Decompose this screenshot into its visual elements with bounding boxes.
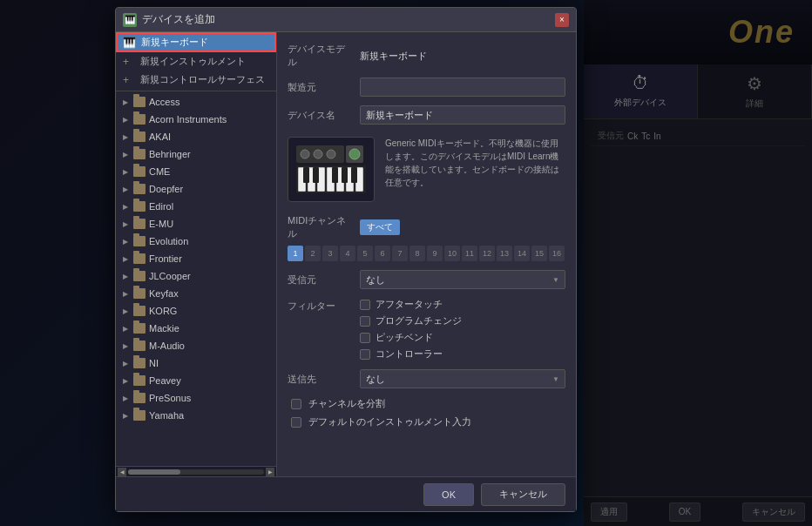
arrow-presonus: ▶ [123, 394, 130, 402]
svg-rect-15 [313, 167, 319, 183]
arrow-keyfax: ▶ [123, 290, 130, 298]
arrow-korg: ▶ [123, 307, 130, 315]
keyboard-svg [292, 141, 370, 198]
device-config-panel: デバイスモデル 新規キーボード 製造元 デバイス名 [277, 32, 576, 476]
device-item-new-instrument-label: 新規インストゥルメント [140, 55, 246, 68]
device-item-new-keyboard[interactable]: 🎹 新規キーボード [116, 32, 276, 52]
device-item-keyfax[interactable]: ▶ Keyfax [116, 285, 276, 302]
folder-icon-jlcooper [133, 271, 145, 281]
arrow-yamaha: ▶ [123, 412, 130, 420]
midi-ch-11[interactable]: 11 [462, 246, 477, 261]
scroll-left-button[interactable]: ◀ [118, 468, 126, 476]
device-item-mackie[interactable]: ▶ Mackie [116, 320, 276, 337]
device-item-access[interactable]: ▶ Access [116, 93, 276, 111]
send-select[interactable]: なし ▼ [360, 369, 565, 388]
device-item-evolution[interactable]: ▶ Evolution [116, 233, 276, 250]
list-divider [116, 91, 276, 91]
midi-channel-label: MIDIチャンネル [288, 214, 353, 240]
midi-ch-10[interactable]: 10 [444, 246, 460, 261]
device-item-ni[interactable]: ▶ NI [116, 354, 276, 372]
filter-pitch-bend-row: ピッチベンド [360, 331, 462, 344]
scroll-thumb[interactable] [128, 469, 180, 475]
midi-all-button[interactable]: すべて [360, 219, 400, 235]
ok-button[interactable]: OK [423, 483, 474, 506]
midi-ch-9[interactable]: 9 [427, 246, 443, 261]
midi-ch-8[interactable]: 8 [409, 246, 425, 261]
device-item-cme-label: CME [149, 166, 170, 177]
filter-controller-row: コントローラー [360, 347, 462, 361]
device-item-peavey[interactable]: ▶ Peavey [116, 372, 276, 389]
midi-ch-2[interactable]: 2 [305, 246, 321, 261]
dialog-close-button[interactable]: × [555, 13, 569, 27]
device-item-emu[interactable]: ▶ E-MU [116, 215, 276, 233]
svg-point-2 [314, 150, 322, 158]
folder-icon-korg [133, 306, 145, 316]
midi-ch-14[interactable]: 14 [514, 246, 530, 261]
dialog-title: デバイスを追加 [142, 12, 550, 27]
filter-controller-checkbox[interactable] [360, 349, 370, 360]
receive-select[interactable]: なし ▼ [360, 270, 565, 289]
folder-icon-evolution [133, 236, 145, 246]
filter-pitch-bend-checkbox[interactable] [360, 333, 370, 343]
device-item-new-control-label: 新規コントロールサーフェス [140, 73, 265, 86]
midi-ch-1[interactable]: 1 [288, 246, 303, 261]
midi-ch-15[interactable]: 15 [531, 246, 547, 261]
split-channels-row: チャンネルを分割 [288, 397, 565, 410]
arrow-ni: ▶ [123, 360, 130, 368]
receive-label: 受信元 [288, 273, 353, 287]
device-name-input[interactable] [360, 105, 565, 125]
send-value: なし [366, 373, 385, 386]
device-model-row: デバイスモデル 新規キーボード [288, 43, 565, 69]
horizontal-scrollbar[interactable]: ◀ ▶ [116, 466, 276, 476]
device-item-edirol-label: Edirol [149, 201, 173, 212]
scroll-right-button[interactable]: ▶ [266, 468, 274, 476]
device-item-presonus-label: PreSonus [149, 393, 191, 403]
device-item-yamaha[interactable]: ▶ Yamaha [116, 407, 276, 424]
cancel-button[interactable]: キャンセル [481, 483, 565, 506]
midi-ch-3[interactable]: 3 [322, 246, 338, 261]
device-item-maudio[interactable]: ▶ M-Audio [116, 337, 276, 354]
device-item-new-instrument[interactable]: + 新規インストゥルメント [116, 52, 276, 71]
midi-ch-4[interactable]: 4 [340, 246, 355, 261]
folder-icon-frontier [133, 253, 145, 264]
arrow-emu: ▶ [123, 220, 130, 228]
filter-after-touch-checkbox[interactable] [360, 300, 370, 310]
midi-ch-7[interactable]: 7 [392, 246, 408, 261]
arrow-edirol: ▶ [123, 203, 130, 211]
dialog-body: 🎹 新規キーボード + 新規インストゥルメント + 新規コントロールサーフェス … [116, 32, 576, 476]
default-instrument-checkbox[interactable] [291, 417, 301, 428]
device-item-jlcooper[interactable]: ▶ JLCooper [116, 267, 276, 285]
device-item-new-keyboard-label: 新規キーボード [141, 36, 208, 49]
device-item-edirol[interactable]: ▶ Edirol [116, 198, 276, 215]
folder-icon-mackie [133, 323, 145, 334]
svg-point-3 [327, 150, 335, 158]
midi-ch-5[interactable]: 5 [357, 246, 373, 261]
send-row: 送信先 なし ▼ [288, 369, 565, 388]
filter-after-touch-row: アフタータッチ [360, 298, 462, 311]
manufacturer-input[interactable] [360, 78, 565, 97]
device-item-presonus[interactable]: ▶ PreSonus [116, 389, 276, 407]
options-section: チャンネルを分割 デフォルトのインストゥルメント入力 [288, 397, 565, 428]
midi-ch-12[interactable]: 12 [479, 246, 495, 261]
device-item-acorn[interactable]: ▶ Acorn Instruments [116, 111, 276, 128]
device-item-mackie-label: Mackie [149, 323, 179, 334]
midi-ch-16[interactable]: 16 [549, 246, 565, 261]
device-item-cme[interactable]: ▶ CME [116, 163, 276, 180]
arrow-maudio: ▶ [123, 342, 130, 350]
midi-ch-6[interactable]: 6 [375, 246, 390, 261]
device-item-doepfer-label: Doepfer [149, 184, 183, 194]
device-item-frontier[interactable]: ▶ Frontier [116, 250, 276, 267]
plus-icon-instrument: + [123, 57, 133, 67]
dialog-icon: 🎹 [123, 13, 137, 27]
filter-program-change-row: プログラムチェンジ [360, 314, 462, 327]
filter-program-change-checkbox[interactable] [360, 316, 370, 327]
device-model-label: デバイスモデル [288, 43, 353, 69]
midi-ch-13[interactable]: 13 [497, 246, 512, 261]
manufacturer-row: 製造元 [288, 78, 565, 97]
split-channels-checkbox[interactable] [291, 399, 301, 409]
device-item-behringer[interactable]: ▶ Behringer [116, 145, 276, 163]
device-item-doepfer[interactable]: ▶ Doepfer [116, 180, 276, 198]
device-item-akai[interactable]: ▶ AKAI [116, 128, 276, 145]
device-item-korg[interactable]: ▶ KORG [116, 302, 276, 320]
device-item-new-control[interactable]: + 新規コントロールサーフェス [116, 71, 276, 89]
